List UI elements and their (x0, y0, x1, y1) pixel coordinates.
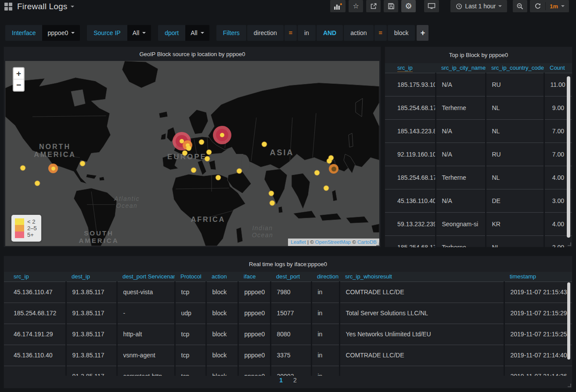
cycle-view-button[interactable] (424, 0, 439, 12)
column-header-dest-port-servicename[interactable]: dest_port Servicename (117, 272, 175, 282)
attribution-text: © (351, 239, 357, 245)
chevron-down-icon (71, 6, 74, 7)
table-cell: 185.143.223.81 (385, 119, 436, 143)
time-range-picker[interactable]: Last 1 hour (450, 0, 507, 12)
chevron-down-icon (201, 32, 204, 34)
panel-title[interactable]: Top ip Block by pppoe0 (385, 47, 572, 63)
table-cell: 8080 (270, 324, 311, 345)
table-cell: 185.254.68.170 (385, 96, 436, 119)
adhoc-token-conj[interactable]: AND (317, 25, 343, 41)
attribution-link[interactable]: OpenStreetMap (315, 239, 351, 245)
save-button[interactable] (384, 0, 398, 12)
settings-button[interactable]: ⚙ (401, 0, 416, 12)
refresh-picker[interactable]: 1m (530, 0, 569, 12)
logs-table: src_ipdest_ipdest_port ServicenameProtoc… (4, 272, 572, 376)
map-marker-large[interactable] (213, 126, 231, 144)
column-header-iface[interactable]: iface (238, 272, 270, 282)
table-cell: in (311, 282, 339, 303)
table-cell: COMTRADE LLC/DE (339, 345, 504, 366)
share-button[interactable] (366, 0, 381, 12)
column-header-src-ip-city-name[interactable]: src_ip_city_name (436, 63, 486, 73)
add-panel-button[interactable] (330, 0, 346, 12)
map-marker-small[interactable] (199, 140, 204, 145)
table-cell: 91.3.85.117 (66, 303, 117, 324)
column-header-direction[interactable]: direction (311, 272, 339, 282)
map-marker-small[interactable] (269, 191, 274, 196)
panel-title[interactable]: GeoIP Block source ip location by pppoe0 (4, 47, 381, 61)
map-marker-small[interactable] (35, 181, 40, 186)
chevron-down-icon (71, 32, 75, 34)
adhoc-token-key[interactable]: action (344, 25, 373, 41)
map-marker-small[interactable] (216, 175, 221, 180)
map-marker-small[interactable] (205, 157, 210, 161)
dashboard-title[interactable]: Firewall Logs (17, 2, 68, 11)
column-header-protocol[interactable]: Protocol (175, 272, 206, 282)
var-dport-label: dport (158, 25, 185, 41)
adhoc-token-value[interactable]: in (298, 25, 316, 41)
column-header-src-ip[interactable]: src_ip (4, 272, 66, 282)
page-button-2[interactable]: 2 (293, 377, 297, 384)
map-marker-small[interactable] (270, 201, 275, 206)
column-header-src-ip-country-code[interactable]: src_ip_country_code (486, 63, 544, 73)
map-marker-small[interactable] (191, 168, 196, 173)
zoom-out-button[interactable] (513, 0, 527, 12)
map-marker-small[interactable] (187, 146, 191, 151)
page-button-1[interactable]: 1 (279, 377, 283, 384)
table-row: 185.254.68.17291.3.85.117-udpblockpppoe0… (4, 303, 572, 324)
dashboards-grid-icon[interactable] (4, 3, 12, 11)
table-cell: tcp (175, 345, 206, 366)
star-button[interactable]: ☆ (349, 0, 363, 12)
table-cell: RU (486, 73, 544, 96)
table-cell (339, 366, 504, 376)
map-marker-small[interactable] (237, 169, 242, 174)
world-map[interactable]: NORTH AMERICAEUROPEASIAAFRICASOUTH AMERI… (5, 61, 379, 246)
table-cell: quest-vista (117, 282, 175, 303)
attribution-link[interactable]: Leaflet (291, 239, 306, 245)
table-cell: in (311, 303, 339, 324)
map-marker-small[interactable] (207, 150, 212, 155)
table-cell: in (311, 366, 339, 376)
scrollbar-thumb[interactable] (567, 76, 570, 238)
map-marker-small[interactable] (315, 171, 320, 175)
table-cell: vsnm-agent (117, 345, 175, 366)
adhoc-token-op[interactable]: = (374, 25, 387, 41)
var-interface-select[interactable]: pppoe0 (42, 25, 80, 41)
map-marker-medium[interactable] (48, 164, 58, 173)
map-marker-medium-dark[interactable] (329, 164, 338, 174)
column-header-timestamp[interactable]: timestamp (504, 272, 572, 282)
var-source-ip-select[interactable]: All (127, 25, 151, 41)
map-marker-small[interactable] (21, 166, 25, 171)
map-marker-small[interactable] (80, 161, 85, 166)
table-cell: N/A (436, 143, 486, 166)
table-row: 91.3.85.117commtact-httptcpblockpppoe020… (4, 366, 572, 376)
map-marker-small[interactable] (183, 151, 187, 156)
column-header-src-ip[interactable]: src_ip (385, 63, 436, 73)
adhoc-token-value[interactable]: block (388, 25, 415, 41)
column-header-dest-port[interactable]: dest_port (270, 272, 311, 282)
panel-title[interactable]: Real time logs by iface:pppoe0 (4, 256, 572, 272)
map-zoom-out-button[interactable]: − (14, 79, 24, 91)
table-cell: DE (486, 189, 544, 212)
column-header-src-ip-whoisresult[interactable]: src_ip_whoisresult (339, 272, 504, 282)
table-cell: N/A (436, 189, 486, 212)
var-dport-value: All (191, 29, 198, 36)
chevron-down-icon (498, 5, 502, 7)
table-cell: - (117, 303, 175, 324)
column-header-action[interactable]: action (206, 272, 238, 282)
column-header-count[interactable]: Count (544, 63, 572, 73)
legend-item: < 2 (15, 218, 37, 225)
navbar: Firewall Logs ☆ (0, 0, 576, 15)
add-filter-button[interactable]: + (417, 25, 428, 41)
map-marker-small[interactable] (324, 186, 329, 191)
adhoc-token-key[interactable]: direction (247, 25, 284, 41)
attribution-link[interactable]: CartoDB (357, 239, 377, 245)
column-header-dest-ip[interactable]: dest_ip (66, 272, 117, 282)
adhoc-token-op[interactable]: = (284, 25, 297, 41)
map-marker-small[interactable] (262, 142, 267, 147)
map-zoom-in-button[interactable]: + (14, 68, 24, 79)
map-marker-small[interactable] (329, 156, 334, 160)
scrollbar-thumb[interactable] (567, 282, 570, 360)
monitor-icon (428, 3, 436, 10)
var-dport-select[interactable]: All (185, 25, 209, 41)
var-interface: Interface pppoe0 (5, 25, 80, 41)
